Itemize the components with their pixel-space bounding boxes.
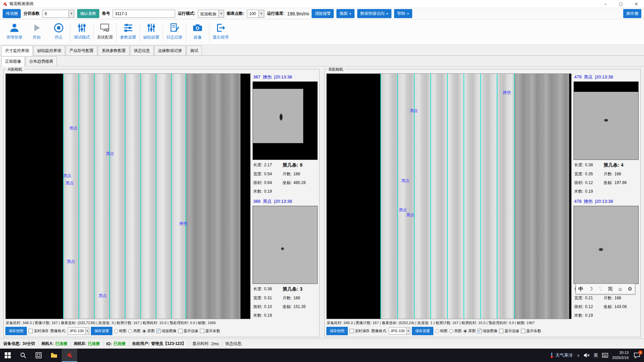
moon-icon[interactable]: ☽ <box>586 284 595 294</box>
show-strip-count-checkbox[interactable] <box>200 329 204 333</box>
operator-side-button[interactable]: 操作侧 <box>623 9 641 18</box>
exit-program-button[interactable]: 退出程序 <box>210 21 232 40</box>
camera-b-view[interactable]: 挫伤 黑点 黑点 黑点 黑点 <box>326 73 572 319</box>
help-menu-button[interactable]: 帮助▼ <box>394 9 412 18</box>
defect-card[interactable]: 478 挫伤 |20:13:38 长度:0.57 第几条:3 宽度:0.21 片… <box>574 198 639 319</box>
defect-card[interactable]: 366 黑点 |20:13:38 长度:0.38 第几条:3 宽度:0.31 片… <box>253 198 318 319</box>
touch-keyboard-icon[interactable] <box>602 353 608 358</box>
tab-size-monitor[interactable]: 尺寸监控界面 <box>1 46 33 56</box>
show-strip-count-checkbox[interactable] <box>521 329 525 333</box>
tab-test[interactable]: 测试 <box>186 46 202 55</box>
image-format-label: 图像格式: <box>50 328 66 334</box>
show-edge-checkbox[interactable] <box>178 329 182 333</box>
data-quick-access-menu-button[interactable]: 数据快捷访问▼ <box>357 9 391 18</box>
tray-expand-chevron[interactable]: ∧ <box>577 353 580 358</box>
emoji-icon[interactable]: ☺ <box>616 284 625 294</box>
camera-a-title: A面相机 <box>6 67 24 72</box>
defect-card[interactable]: 367 挫伤 |20:13:38 长度:2.17 第几条:8 宽度:0.54 片… <box>253 73 318 195</box>
camera-b-title: B面相机 <box>327 67 345 72</box>
capture-image-button[interactable]: 提像 <box>186 21 209 40</box>
clock-widget[interactable]: 20:13 2025/2/10 <box>612 350 629 360</box>
taskbar-app-file-explorer[interactable] <box>46 349 62 362</box>
defect-type: 黑点 <box>263 198 272 204</box>
camera-b-status-line: 采集耗时: 349.3 | 图像计数: 167 | 像素坐标: (5202,24… <box>326 319 639 326</box>
save-settings-button[interactable]: 保存设置 <box>91 327 112 335</box>
language-indicator[interactable]: 英 <box>594 352 598 358</box>
bright-image-radio[interactable] <box>128 329 132 333</box>
search-button[interactable] <box>15 349 31 362</box>
image-format-select[interactable]: JPG 100 ▼ <box>68 327 89 335</box>
clear-alarm-button[interactable]: 清除报警 <box>312 9 334 18</box>
camera-icon <box>192 22 203 34</box>
original-image-radio[interactable] <box>142 329 146 333</box>
camera-a-panel: A面相机 黑点 黑点 黑点 黑点 挫伤 黑点 黑点 367 <box>3 69 320 337</box>
roll-number-input[interactable] <box>113 10 175 18</box>
stop-button[interactable]: 停止 <box>48 21 70 40</box>
defect-card[interactable]: 479 黑点 |20:13:38 长度:0.38 第几条:4 宽度:0.35 片… <box>574 73 639 195</box>
volume-muted-icon[interactable] <box>584 353 590 358</box>
tab-distribution-trend-chart[interactable]: 分布趋势图表 <box>25 56 57 66</box>
show-edge-checkbox[interactable] <box>499 329 503 333</box>
debug-mode-button[interactable]: 调试模式 <box>71 21 93 40</box>
tab-edge-data-record[interactable]: 边缘数据记录 <box>154 46 186 55</box>
folder-icon <box>51 352 57 358</box>
tab-defect-monitor[interactable]: 缺陷监控界面 <box>34 46 65 55</box>
drive-side-button[interactable]: 传动侧 <box>3 9 21 18</box>
defect-stats: 长度:2.17 第几条:8 宽度:0.54 片数:168 面积:0.64 坐标:… <box>253 160 318 195</box>
bright-image-radio[interactable] <box>449 329 453 333</box>
ime-language-mode-button[interactable]: 中 <box>577 284 585 294</box>
dark-image-radio[interactable] <box>114 329 118 333</box>
window-controls: – ▢ ✕ <box>598 0 644 8</box>
maximize-button[interactable]: ▢ <box>613 0 629 8</box>
roll-label: 卷号 <box>102 11 110 16</box>
dark-image-radio[interactable] <box>435 329 439 333</box>
original-image-radio[interactable] <box>463 329 467 333</box>
save-settings-button[interactable]: 保存设置 <box>412 327 433 335</box>
confirm-count-button[interactable]: 确认条数 <box>77 9 99 18</box>
realtime-save-checkbox[interactable] <box>29 329 33 333</box>
defect-type: 挫伤 <box>584 198 593 204</box>
view-menu-button[interactable]: 视图▼ <box>336 9 355 18</box>
ime-simplified-button[interactable]: 简 <box>606 284 615 294</box>
action-center-button[interactable]: 6 <box>633 351 641 360</box>
save-snapshot-button[interactable]: 保存快照 <box>5 327 27 335</box>
system-config-button[interactable]: 系统配置 <box>94 21 116 40</box>
tab-status-info[interactable]: 状态信息 <box>130 46 154 55</box>
defect-overlay-label: 黑点 <box>410 108 418 114</box>
parameter-settings-button[interactable]: 参数设置 <box>117 21 139 40</box>
zoom-image-checkbox[interactable] <box>156 329 161 333</box>
windows-taskbar: 天气寒冷 ∧ 英 20:13 2025/2/10 6 <box>0 349 644 362</box>
task-view-button[interactable] <box>31 349 46 362</box>
run-mode-select[interactable]: 双面检测 ▼ <box>198 10 224 18</box>
weather-widget[interactable]: 天气寒冷 <box>550 352 573 358</box>
defect-overlay-label: 挫伤 <box>179 221 187 227</box>
display-time-label: 显示耗时: <box>192 341 209 347</box>
slit-count-select[interactable]: 8 ▼ <box>42 10 74 18</box>
window-title: 视觉检测系统 <box>9 1 34 7</box>
gear-icon[interactable]: ⚙ <box>626 284 634 294</box>
tab-system-param-config[interactable]: 系统参数配置 <box>98 46 129 55</box>
defect-overlay-label: 黑点 <box>401 178 409 184</box>
toolbar-separator <box>116 23 117 42</box>
start-button[interactable] <box>0 349 15 362</box>
taskbar-app-vision-system[interactable] <box>62 349 77 362</box>
chart-points-select[interactable]: 100 ▼ <box>247 10 264 18</box>
save-snapshot-button[interactable]: 保存快照 <box>326 327 348 335</box>
defect-time: |20:13:38 <box>595 199 613 204</box>
exit-icon <box>215 22 226 34</box>
image-format-select[interactable]: JPG 100 ▼ <box>389 327 410 335</box>
close-button[interactable]: ✕ <box>629 0 644 8</box>
log-record-button[interactable]: 日志记录 <box>163 21 185 40</box>
camera-a-view[interactable]: 黑点 黑点 黑点 黑点 挫伤 黑点 黑点 <box>5 73 251 319</box>
tab-front-image[interactable]: 正面图像 <box>1 56 25 66</box>
admin-login-button[interactable]: 管理登录 <box>3 21 25 40</box>
zoom-image-checkbox[interactable] <box>477 329 482 333</box>
minimize-button[interactable]: – <box>598 0 613 8</box>
realtime-save-checkbox[interactable] <box>350 329 354 333</box>
speed-label: 运行速度: <box>267 11 284 16</box>
camera-a-label: 相机A: <box>41 341 54 347</box>
ime-punctuation-button[interactable]: ’, <box>596 284 605 294</box>
defect-settings-button[interactable]: 缺陷设置 <box>140 21 162 40</box>
tab-product-model-config[interactable]: 产品型号配置 <box>66 46 97 55</box>
start-button[interactable]: 开始 <box>25 21 48 40</box>
